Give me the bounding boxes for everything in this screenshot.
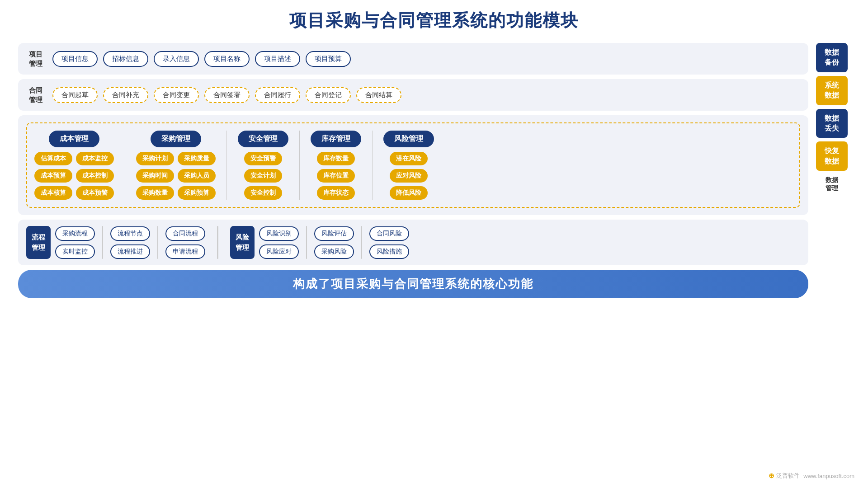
flow-section: 流程 管理采购流程实时监控流程节点流程推进合同流程申请流程 <box>26 226 205 259</box>
gold-tag: 成本预算 <box>34 169 72 183</box>
group-tags: 估算成本成本监控成本预算成本控制成本核算成本预警 <box>34 152 114 200</box>
main-separator <box>217 226 218 259</box>
gold-tag: 安全控制 <box>244 186 282 200</box>
flow-tag: 流程推进 <box>110 244 150 259</box>
flow-col: 合同风险风险措施 <box>369 226 409 259</box>
project-mgmt-label: 项目 管理 <box>26 49 45 68</box>
flow-items-row: 风险评估 <box>314 226 354 241</box>
contract-mgmt-label: 合同 管理 <box>26 85 45 104</box>
gold-tag: 安全计划 <box>244 169 282 183</box>
separator <box>157 226 158 259</box>
project-items-row: 项目信息招标信息录入信息项目名称项目描述项目预算 <box>52 51 351 67</box>
flow-tag: 风险措施 <box>369 244 409 259</box>
right-sidebar: 数据 备份系统 数据数据 丢失快复 数据数据 管理 <box>814 43 850 483</box>
flow-tag: 流程节点 <box>110 226 150 241</box>
flow-tag: 风险评估 <box>314 226 354 241</box>
gold-tag: 采购计划 <box>136 152 174 165</box>
vertical-divider <box>299 131 300 200</box>
footer-banner: 构成了项目采购与合同管理系统的核心功能 <box>18 270 808 298</box>
left-content: 项目 管理 项目信息招标信息录入信息项目名称项目描述项目预算 合同 管理 合同起… <box>18 43 808 483</box>
flow-items-row: 合同风险 <box>369 226 409 241</box>
group-tags-row: 采购时间采购人员 <box>136 169 216 183</box>
flow-label: 流程 管理 <box>26 226 51 259</box>
brand-url: www.fanpusoft.com <box>803 473 854 479</box>
contract-item: 合同补充 <box>103 87 148 103</box>
gold-tag: 成本控制 <box>76 169 114 183</box>
group-tags: 采购计划采购质量采购时间采购人员采购数量采购预算 <box>136 152 216 200</box>
gold-tag: 潜在风险 <box>390 152 428 165</box>
flow-col: 采购流程实时监控 <box>55 226 95 259</box>
flow-items-row: 合同流程 <box>165 226 205 241</box>
middle-section: 成本管理估算成本成本监控成本预算成本控制成本核算成本预警采购管理采购计划采购质量… <box>18 115 808 215</box>
flow-tag: 合同流程 <box>165 226 205 241</box>
vertical-divider <box>226 131 227 200</box>
group-tags: 库存数量库存位置库存状态 <box>317 152 355 200</box>
group-tags-row: 成本核算成本预警 <box>34 186 114 200</box>
group-header: 采购管理 <box>151 131 201 147</box>
contract-items-row: 合同起草合同补充合同变更合同签署合同履行合同登记合同结算 <box>52 87 401 103</box>
flow-section: 风险 管理风险识别风险应对风险评估采购风险合同风险风险措施 <box>230 226 409 259</box>
gold-tag: 采购质量 <box>178 152 216 165</box>
contract-item: 合同登记 <box>306 87 351 103</box>
page-title: 项目采购与合同管理系统的功能模块 <box>289 9 579 32</box>
group-header: 风险管理 <box>383 131 434 147</box>
group-header: 库存管理 <box>311 131 361 147</box>
group-tags-row: 成本预算成本控制 <box>34 169 114 183</box>
gold-tag: 采购时间 <box>136 169 174 183</box>
gold-tag: 估算成本 <box>34 152 72 165</box>
project-item: 录入信息 <box>154 51 199 67</box>
sidebar-text-item: 数据 管理 <box>826 176 838 192</box>
group-tags-row: 库存状态 <box>317 186 355 200</box>
flow-items-row: 流程节点 <box>110 226 150 241</box>
group-tags-row: 安全计划 <box>244 169 282 183</box>
gold-tag: 成本核算 <box>34 186 72 200</box>
project-item: 项目信息 <box>52 51 98 67</box>
project-management-row: 项目 管理 项目信息招标信息录入信息项目名称项目描述项目预算 <box>18 43 808 75</box>
vertical-divider <box>372 131 373 200</box>
sidebar-item: 系统 数据 <box>816 76 848 105</box>
vertical-divider <box>125 131 125 200</box>
flow-col: 风险评估采购风险 <box>314 226 354 259</box>
flow-items-row: 实时监控 <box>55 244 95 259</box>
group-tags: 潜在风险应对风险降低风险 <box>390 152 428 200</box>
contract-item: 合同结算 <box>356 87 401 103</box>
gold-tag: 采购数量 <box>136 186 174 200</box>
group-tags-row: 库存位置 <box>317 169 355 183</box>
separator <box>361 226 362 259</box>
group-tags-row: 估算成本成本监控 <box>34 152 114 165</box>
flow-tag: 采购风险 <box>314 244 354 259</box>
group-tags: 安全预警安全计划安全控制 <box>244 152 282 200</box>
flow-tag: 合同风险 <box>369 226 409 241</box>
group-tags-row: 安全控制 <box>244 186 282 200</box>
flow-items-row: 流程推进 <box>110 244 150 259</box>
sidebar-item: 快复 数据 <box>816 141 848 171</box>
flow-items-row: 风险措施 <box>369 244 409 259</box>
gold-tag: 库存位置 <box>317 169 355 183</box>
flow-col: 风险识别风险应对 <box>259 226 299 259</box>
flow-items-row: 申请流程 <box>165 244 205 259</box>
group-tags-row: 采购数量采购预算 <box>136 186 216 200</box>
bottom-row: 流程 管理采购流程实时监控流程节点流程推进合同流程申请流程风险 管理风险识别风险… <box>18 220 808 265</box>
brand-logo: ⊕ <box>769 472 774 480</box>
flow-tag: 实时监控 <box>55 244 95 259</box>
group-tags-row: 安全预警 <box>244 152 282 165</box>
functional-group: 库存管理库存数量库存位置库存状态 <box>311 131 361 200</box>
sidebar-item: 数据 丢失 <box>816 109 848 138</box>
flow-items-row: 风险识别 <box>259 226 299 241</box>
flow-label: 风险 管理 <box>230 226 255 259</box>
flow-tag: 申请流程 <box>165 244 205 259</box>
middle-inner: 成本管理估算成本成本监控成本预算成本控制成本核算成本预警采购管理采购计划采购质量… <box>26 122 800 208</box>
functional-group: 风险管理潜在风险应对风险降低风险 <box>383 131 434 200</box>
group-tags-row: 采购计划采购质量 <box>136 152 216 165</box>
group-header: 安全管理 <box>238 131 288 147</box>
flow-tag: 采购流程 <box>55 226 95 241</box>
functional-group: 安全管理安全预警安全计划安全控制 <box>238 131 288 200</box>
gold-tag: 库存状态 <box>317 186 355 200</box>
group-tags-row: 降低风险 <box>390 186 428 200</box>
group-header: 成本管理 <box>49 131 99 147</box>
project-item: 项目名称 <box>204 51 250 67</box>
group-tags-row: 库存数量 <box>317 152 355 165</box>
functional-group: 成本管理估算成本成本监控成本预算成本控制成本核算成本预警 <box>34 131 114 200</box>
flow-col: 流程节点流程推进 <box>110 226 150 259</box>
gold-tag: 库存数量 <box>317 152 355 165</box>
